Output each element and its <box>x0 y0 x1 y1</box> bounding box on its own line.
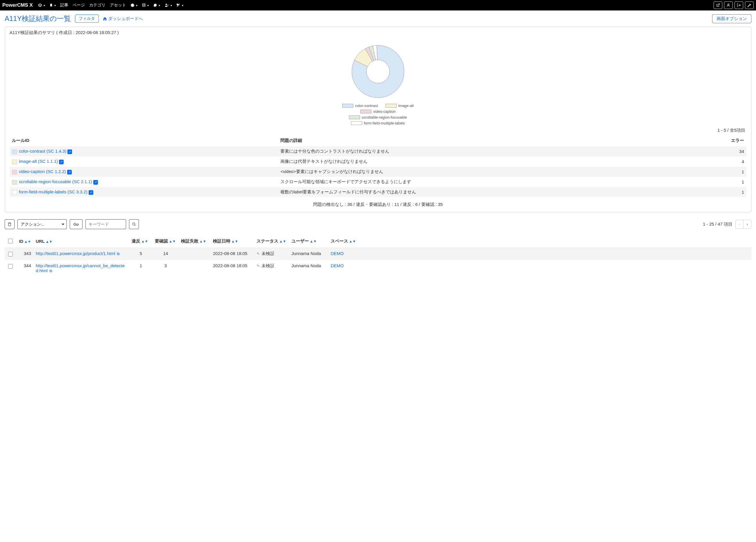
sort-id[interactable]: ▲▼ <box>24 239 31 244</box>
rule-detail: 要素には十分な色のコントラストがなければなりません <box>278 146 694 156</box>
legend-item: color-contrast <box>342 103 378 108</box>
logout-icon <box>737 3 741 7</box>
nav-database-menu[interactable] <box>140 2 151 8</box>
sort-reviews[interactable]: ▲▼ <box>169 239 176 243</box>
filter-button[interactable]: フィルタ <box>75 15 99 23</box>
sort-space[interactable]: ▲▼ <box>349 239 356 243</box>
rule-detail: 複数のlabel要素をフォームフィールドに付与するべきではありません <box>278 187 694 197</box>
go-button[interactable]: Go <box>70 219 83 229</box>
nav-categories[interactable]: カテゴリ <box>87 1 107 9</box>
col-reviews: 要確認 <box>155 238 168 243</box>
legend-label: form-field-multiple-labels <box>364 121 405 125</box>
results-row: 343http://test01.powercmsx.jp/product/1.… <box>5 248 751 260</box>
user-plus-icon <box>164 3 169 7</box>
rule-detail: スクロール可能な領域にキーボードでアクセスできるようにします <box>278 177 694 187</box>
legend-swatch <box>351 121 362 125</box>
action-select[interactable]: アクション... <box>17 219 67 229</box>
external-link-icon[interactable]: ↗ <box>59 160 64 164</box>
external-button[interactable] <box>714 1 722 9</box>
search-button[interactable] <box>129 219 139 229</box>
row-checkbox[interactable] <box>8 252 13 256</box>
legend-swatch <box>386 104 397 108</box>
pager-prev[interactable]: ‹ <box>735 220 744 228</box>
nav-users-menu[interactable] <box>163 2 174 8</box>
sort-url[interactable]: ▲▼ <box>46 239 53 244</box>
space-link[interactable]: DEMO <box>331 263 344 268</box>
sort-datetime[interactable]: ▲▼ <box>231 239 238 243</box>
rule-link[interactable]: color-contrast (SC 1.4.3) <box>19 148 66 153</box>
nav-pages[interactable]: ページ <box>71 1 87 9</box>
logout-button[interactable] <box>734 1 743 9</box>
pencil-icon[interactable]: ✎ <box>257 251 260 256</box>
page-title: A11Y検証結果の一覧 <box>5 14 71 23</box>
rule-swatch <box>12 180 17 185</box>
col-rule-id: ルールID <box>10 135 278 146</box>
rule-link[interactable]: image-alt (SC 1.1.1) <box>19 159 58 164</box>
legend-swatch <box>349 115 360 119</box>
legend-swatch <box>360 110 371 113</box>
col-detail: 問題の詳細 <box>278 135 694 146</box>
sort-failures[interactable]: ▲▼ <box>199 239 206 243</box>
rule-swatch <box>12 149 17 154</box>
nav-gear-menu[interactable] <box>129 2 139 8</box>
pager: 1 - 25 / 47 項目 ‹ › <box>703 220 751 228</box>
nav-cube-menu[interactable] <box>36 2 47 8</box>
nav-plugins-menu[interactable] <box>175 2 185 8</box>
sort-violations[interactable]: ▲▼ <box>141 239 148 243</box>
nav-comments-menu[interactable] <box>151 2 162 8</box>
legend-item: video-caption <box>360 109 395 114</box>
nav-articles[interactable]: 記事 <box>58 1 70 9</box>
open-external-icon[interactable]: ⧉ <box>49 269 52 273</box>
row-checkbox[interactable] <box>8 264 13 269</box>
cell-status: 未検証 <box>260 251 275 256</box>
external-link-icon[interactable]: ↗ <box>93 180 98 185</box>
summary-panel: A11Y検証結果のサマリ ( 作成日 : 2022-08-08 18:05:27… <box>5 27 751 212</box>
cube-icon <box>38 3 42 7</box>
pager-next[interactable]: › <box>743 220 751 228</box>
space-link[interactable]: DEMO <box>331 251 344 256</box>
external-link-icon[interactable]: ↗ <box>89 190 93 195</box>
svg-point-1 <box>142 3 145 4</box>
rule-swatch <box>12 190 17 195</box>
legend-label: color-contrast <box>355 103 378 108</box>
nav-bookmark-menu[interactable] <box>48 2 58 8</box>
col-status: ステータス <box>257 238 278 243</box>
dashboard-link[interactable]: ダッシュボードへ <box>103 16 143 22</box>
chart-legend: color-contrastimage-altvideo-captionscro… <box>342 103 414 125</box>
screen-options-button[interactable]: 画面オプション <box>712 14 751 23</box>
svg-point-2 <box>166 4 167 5</box>
legend-label: scrollable-region-focusable <box>362 115 407 119</box>
url-link[interactable]: http://test01.powercmsx.jp/product/1.htm… <box>36 251 115 256</box>
tools-button[interactable] <box>745 1 754 9</box>
col-violations: 違反 <box>132 238 140 243</box>
rule-row: image-alt (SC 1.1.1)↗画像には代替テキストがなければなりませ… <box>10 156 746 167</box>
delete-button[interactable] <box>5 219 15 229</box>
keyword-input[interactable] <box>85 219 126 229</box>
rule-swatch <box>12 160 17 164</box>
open-external-icon[interactable]: ⧉ <box>117 251 119 256</box>
rule-row: video-caption (SC 1.2.2)↗<video>要素にはキャプシ… <box>10 167 746 177</box>
pencil-icon[interactable]: ✎ <box>257 264 260 268</box>
profile-button[interactable] <box>724 1 733 9</box>
rule-error-count: 1 <box>694 167 746 177</box>
url-link[interactable]: http://test01.powercmsx.jp/cannot_be_det… <box>36 263 125 273</box>
sort-user[interactable]: ▲▼ <box>310 239 317 243</box>
results-row: 344http://test01.powercmsx.jp/cannot_be_… <box>5 260 751 276</box>
rule-link[interactable]: scrollable-region-focusable (SC 2.1.1) <box>19 179 92 184</box>
col-space: スペース <box>331 238 348 243</box>
brand[interactable]: PowerCMS X <box>2 2 33 8</box>
pager-text: 1 - 25 / 47 項目 <box>703 221 732 227</box>
cell-reviews: 14 <box>153 248 179 260</box>
cell-id: 344 <box>16 260 33 276</box>
nav-assets[interactable]: アセット <box>108 1 128 9</box>
summary-range: 1 - 5 / 全5項目 <box>11 128 745 133</box>
sort-status[interactable]: ▲▼ <box>279 239 286 243</box>
rule-link[interactable]: video-caption (SC 1.2.2) <box>19 169 66 174</box>
external-link-icon[interactable]: ↗ <box>67 149 72 154</box>
external-link-icon[interactable]: ↗ <box>67 170 72 174</box>
select-all-checkbox[interactable] <box>8 239 13 243</box>
dashboard-link-label: ダッシュボードへ <box>108 16 143 22</box>
rule-link[interactable]: form-field-multiple-labels (SC 3.3.2) <box>19 189 87 194</box>
external-link-icon <box>716 3 720 7</box>
database-icon <box>142 3 146 7</box>
